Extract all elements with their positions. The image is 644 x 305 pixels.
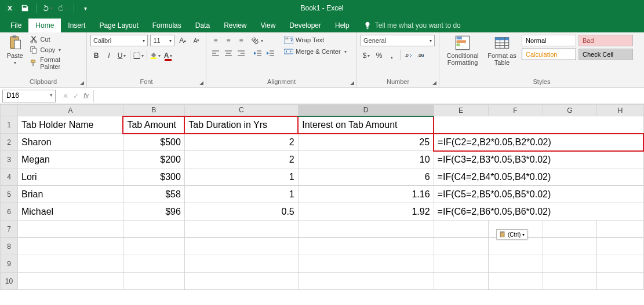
- row-header-10[interactable]: 10: [1, 273, 18, 290]
- font-dialog-launcher[interactable]: ◢: [198, 79, 205, 86]
- tab-page-layout[interactable]: Page Layout: [92, 19, 145, 32]
- cell-D6[interactable]: 1.92: [298, 203, 434, 221]
- enter-formula-icon[interactable]: ✓: [73, 92, 79, 100]
- decrease-indent-button[interactable]: [252, 47, 263, 59]
- cell-A1[interactable]: Tab Holder Name: [17, 116, 123, 134]
- style-bad[interactable]: Bad: [578, 35, 633, 46]
- font-name-combo[interactable]: Calibri▾: [90, 35, 148, 46]
- undo-icon[interactable]: [42, 3, 53, 13]
- cell-B2[interactable]: $500: [123, 134, 184, 151]
- cell-A9[interactable]: [17, 255, 123, 273]
- tab-file[interactable]: File: [3, 19, 28, 32]
- cell-E1[interactable]: [434, 116, 643, 134]
- cell-D7[interactable]: [298, 221, 434, 238]
- cell-G10[interactable]: [543, 273, 597, 290]
- cell-A7[interactable]: [17, 221, 123, 238]
- border-button[interactable]: [133, 50, 144, 61]
- cell-E8[interactable]: [434, 238, 488, 255]
- cell-C7[interactable]: [184, 221, 298, 238]
- name-box[interactable]: D16: [2, 90, 56, 102]
- number-dialog-launcher[interactable]: ◢: [431, 79, 438, 86]
- cell-A5[interactable]: Brian: [17, 186, 123, 203]
- fill-color-button[interactable]: [150, 50, 161, 61]
- cancel-formula-icon[interactable]: ✕: [63, 92, 68, 100]
- increase-decimal-button[interactable]: .0: [403, 50, 414, 61]
- col-header-F[interactable]: F: [488, 105, 543, 116]
- col-header-B[interactable]: B: [123, 105, 184, 116]
- cell-A2[interactable]: Sharon: [17, 134, 123, 151]
- tab-home[interactable]: Home: [28, 19, 61, 32]
- font-size-combo[interactable]: 11▾: [150, 35, 174, 46]
- cell-D10[interactable]: [298, 273, 434, 290]
- merge-center-button[interactable]: Merge & Center: [282, 46, 349, 57]
- customize-qat-icon[interactable]: ▾: [80, 3, 90, 13]
- cell-D5[interactable]: 1.16: [298, 186, 434, 203]
- tab-review[interactable]: Review: [217, 19, 253, 32]
- tab-help[interactable]: Help: [328, 19, 356, 32]
- style-normal[interactable]: Normal: [522, 35, 576, 46]
- paste-options-smart-tag[interactable]: (Ctrl) ▾: [496, 229, 527, 240]
- wrap-text-button[interactable]: ab Wrap Text: [282, 35, 349, 45]
- row-header-6[interactable]: 6: [1, 203, 18, 221]
- cell-C2[interactable]: 2: [184, 134, 298, 151]
- tab-developer[interactable]: Developer: [282, 19, 328, 32]
- orientation-button[interactable]: ab: [252, 35, 263, 46]
- clipboard-dialog-launcher[interactable]: ◢: [78, 79, 85, 86]
- align-middle-button[interactable]: ≡: [223, 35, 234, 46]
- bold-button[interactable]: B: [90, 50, 102, 61]
- cell-C9[interactable]: [184, 255, 298, 273]
- cell-A8[interactable]: [17, 238, 123, 255]
- align-right-button[interactable]: [235, 47, 247, 59]
- copy-button[interactable]: Copy: [28, 45, 83, 54]
- cell-G7[interactable]: [543, 221, 597, 238]
- paste-button[interactable]: Paste ▾: [3, 35, 26, 65]
- cell-D1[interactable]: Interest on Tab Amount: [298, 116, 434, 134]
- save-icon[interactable]: [20, 3, 30, 13]
- cell-D2[interactable]: 25: [298, 134, 434, 151]
- cell-B1[interactable]: Tab Amount: [123, 116, 184, 134]
- row-header-5[interactable]: 5: [1, 186, 18, 203]
- align-bottom-button[interactable]: ≡: [235, 35, 247, 46]
- row-header-9[interactable]: 9: [1, 255, 18, 273]
- cell-F9[interactable]: [488, 255, 543, 273]
- cell-C6[interactable]: 0.5: [184, 203, 298, 221]
- col-header-H[interactable]: H: [597, 105, 643, 116]
- cell-B7[interactable]: [123, 221, 184, 238]
- cell-B4[interactable]: $300: [123, 168, 184, 186]
- cell-G9[interactable]: [543, 255, 597, 273]
- number-format-combo[interactable]: General▾: [361, 35, 435, 46]
- cell-D4[interactable]: 6: [298, 168, 434, 186]
- cell-B8[interactable]: [123, 238, 184, 255]
- cell-C3[interactable]: 2: [184, 151, 298, 168]
- cell-B9[interactable]: [123, 255, 184, 273]
- cell-E9[interactable]: [434, 255, 488, 273]
- underline-button[interactable]: U: [116, 50, 128, 61]
- cell-A3[interactable]: Megan: [17, 151, 123, 168]
- tell-me-search[interactable]: Tell me what you want to do: [356, 19, 468, 32]
- increase-indent-button[interactable]: [264, 47, 276, 59]
- tab-data[interactable]: Data: [188, 19, 217, 32]
- format-painter-button[interactable]: Format Painter: [28, 56, 83, 71]
- cell-H8[interactable]: [597, 238, 643, 255]
- cell-G8[interactable]: [543, 238, 597, 255]
- cell-B10[interactable]: [123, 273, 184, 290]
- cell-E3[interactable]: =IF(C3=2,B3*0.05,B3*0.02): [434, 151, 643, 168]
- redo-icon[interactable]: [57, 3, 68, 13]
- row-header-7[interactable]: 7: [1, 221, 18, 238]
- style-calculation[interactable]: Calculation: [522, 49, 576, 60]
- style-check-cell[interactable]: Check Cell: [578, 49, 633, 60]
- cell-A6[interactable]: Michael: [17, 203, 123, 221]
- cell-E7[interactable]: [434, 221, 488, 238]
- cell-C5[interactable]: 1: [184, 186, 298, 203]
- tab-formulas[interactable]: Formulas: [145, 19, 188, 32]
- cell-C10[interactable]: [184, 273, 298, 290]
- tab-insert[interactable]: Insert: [61, 19, 92, 32]
- row-header-1[interactable]: 1: [1, 116, 18, 134]
- cell-C4[interactable]: 1: [184, 168, 298, 186]
- cell-B5[interactable]: $58: [123, 186, 184, 203]
- cut-button[interactable]: Cut: [28, 35, 83, 44]
- formula-input[interactable]: [93, 90, 644, 102]
- cell-E4[interactable]: =IF(C4=2,B4*0.05,B4*0.02): [434, 168, 643, 186]
- cell-B6[interactable]: $96: [123, 203, 184, 221]
- align-left-button[interactable]: [210, 47, 221, 59]
